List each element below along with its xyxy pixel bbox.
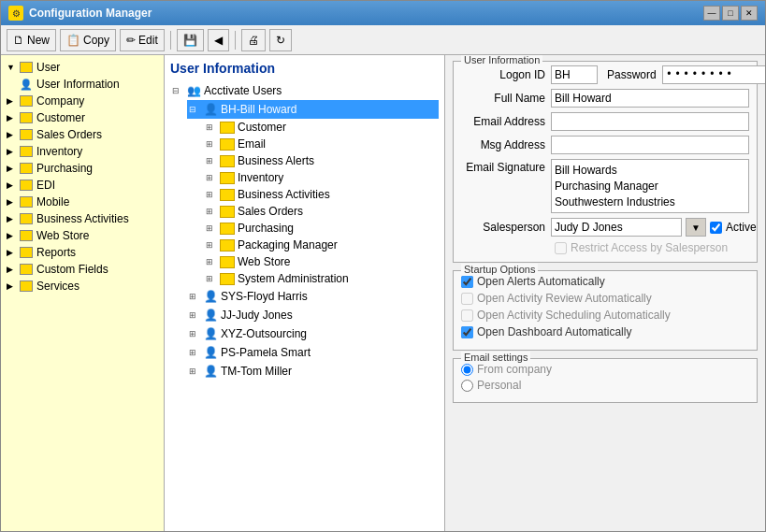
sidebar-item-business-activities[interactable]: ▶ Business Activities [1,210,164,227]
fullname-input[interactable] [551,89,749,108]
folder-icon [20,163,33,174]
new-button[interactable]: 🗋 New [7,29,56,51]
msg-row: Msg Address [461,136,749,154]
tree-sys-label: SYS-Floyd Harris [221,290,308,303]
tree-user-sys[interactable]: ⊞ 👤 SYS-Floyd Harris [187,287,439,306]
sidebar-label-reports: Reports [36,246,76,259]
dashboard-label: Open Dashboard Automatically [477,325,631,338]
logon-id-input[interactable] [551,65,598,84]
edit-button[interactable]: ✏ Edit [120,29,165,51]
tree-folder-email[interactable]: ⊞ Email [204,136,439,152]
user-icon: 👤 [203,345,218,360]
copy-icon: 📋 [66,34,80,47]
folder-label-web-store: Web Store [238,255,290,268]
folder-label-business-activities: Business Activities [238,188,330,201]
tree-folder-customer[interactable]: ⊞ Customer [204,119,439,136]
sidebar-item-web-store[interactable]: ▶ Web Store [1,227,164,244]
folder-icon [20,230,33,241]
copy-button[interactable]: 📋 Copy [60,29,116,51]
tree-user-bh[interactable]: ⊟ 👤 BH-Bill Howard [187,100,439,119]
back-button[interactable]: ◀ [208,29,229,51]
expand-icon: ▶ [7,265,16,274]
sidebar-item-edi[interactable]: ▶ EDI [1,177,164,194]
active-checkbox[interactable] [710,222,722,234]
tree-folder-web-store[interactable]: ⊞ Web Store [204,253,439,270]
startup-options-group: Startup Options Open Alerts Automaticall… [453,270,758,351]
user-icon: 👤 [203,326,218,341]
sidebar-item-company[interactable]: ▶ Company [1,93,164,109]
alerts-checkbox[interactable] [461,276,473,288]
expand-icon: ⊞ [189,292,200,301]
tree-folder-purchasing[interactable]: ⊞ Purchasing [204,220,439,237]
sidebar-item-user-information[interactable]: 👤 User Information [14,76,164,93]
tree-user-ps[interactable]: ⊞ 👤 PS-Pamela Smart [187,343,439,362]
refresh-button[interactable]: ↻ [269,29,292,51]
folder-icon [220,239,235,252]
refresh-icon: ↻ [276,34,285,47]
sidebar-item-custom-fields[interactable]: ▶ Custom Fields [1,261,164,278]
activity-review-label: Open Activity Review Automatically [477,292,652,305]
folder-icon [20,280,33,292]
tree-root[interactable]: ⊟ 👥 Acctivate Users [170,81,439,100]
folder-icon [20,112,33,123]
restrict-checkbox[interactable] [555,242,567,254]
tree-folder-inventory[interactable]: ⊞ Inventory [204,169,439,186]
expand-icon: ⊞ [206,257,217,266]
sidebar-label-business-activities: Business Activities [36,212,129,225]
folder-label-sales-orders: Sales Orders [238,205,303,218]
activity-scheduling-checkbox[interactable] [461,309,473,322]
maximize-button[interactable]: □ [722,6,739,21]
sidebar-label-user: User [36,61,60,74]
email-row: Email Address [461,112,749,131]
user-icon: 👤 [203,364,218,379]
tree-folder-business-activities[interactable]: ⊞ Business Activities [204,186,439,203]
tree-user-tm[interactable]: ⊞ 👤 TM-Tom Miller [187,362,439,381]
minimize-button[interactable]: — [703,6,720,21]
activity-review-checkbox[interactable] [461,293,473,305]
user-icon: 👤 [203,102,218,117]
logon-row: Logon ID Password [461,65,749,84]
email-company-radio[interactable] [461,364,473,376]
person-icon: 👤 [20,78,33,91]
sidebar-label-customer: Customer [36,111,85,124]
salesperson-dropdown-btn[interactable]: ▼ [686,218,706,237]
signature-area[interactable]: Bill Howards Purchasing Manager Southwes… [551,159,749,213]
sidebar-item-user[interactable]: ▼ User [1,59,164,76]
password-input[interactable] [662,65,765,84]
email-input[interactable] [551,112,749,131]
tree-jj-label: JJ-Judy Jones [221,309,293,322]
close-button[interactable]: ✕ [741,6,758,21]
sidebar-label-company: Company [36,94,84,108]
folder-label-customer: Customer [238,121,286,134]
sidebar-item-mobile[interactable]: ▶ Mobile [1,194,164,210]
msg-input[interactable] [551,136,749,154]
sidebar-item-inventory[interactable]: ▶ Inventory [1,143,164,160]
folder-icon [220,138,235,151]
sidebar-label-purchasing: Purchasing [36,162,93,175]
tree-user-jj[interactable]: ⊞ 👤 JJ-Judy Jones [187,306,439,324]
sidebar-item-sales-orders[interactable]: ▶ Sales Orders [1,126,164,143]
window-title: Configuration Manager [29,7,152,20]
back-icon: ◀ [214,34,223,47]
tree-user-xyz[interactable]: ⊞ 👤 XYZ-Outsourcing [187,324,439,343]
tree-folder-business-alerts[interactable]: ⊞ Business Alerts [204,152,439,169]
print-button[interactable]: 🖨 [241,29,266,51]
sidebar-item-purchasing[interactable]: ▶ Purchasing [1,160,164,177]
email-personal-radio[interactable] [461,380,473,392]
salesperson-input[interactable] [551,218,682,237]
sidebar-item-reports[interactable]: ▶ Reports [1,244,164,261]
save-button[interactable]: 💾 [177,29,204,51]
main-content: ▼ User 👤 User Information ▶ Company ▶ Cu… [1,55,765,531]
folder-icon [20,247,33,258]
salesperson-label: Salesperson [461,221,545,234]
tree-folder-sales-orders[interactable]: ⊞ Sales Orders [204,203,439,220]
tree-folder-system-admin[interactable]: ⊞ System Administration [204,270,439,287]
sidebar-item-customer[interactable]: ▶ Customer [1,109,164,126]
expand-icon: ⊞ [206,207,217,216]
expand-icon: ⊞ [206,223,217,233]
sidebar-item-services[interactable]: ▶ Services [1,278,164,295]
sidebar-label-user-information: User Information [36,78,120,91]
folder-icon [20,180,33,191]
tree-folder-packaging-manager[interactable]: ⊞ Packaging Manager [204,237,439,253]
dashboard-checkbox[interactable] [461,326,473,338]
